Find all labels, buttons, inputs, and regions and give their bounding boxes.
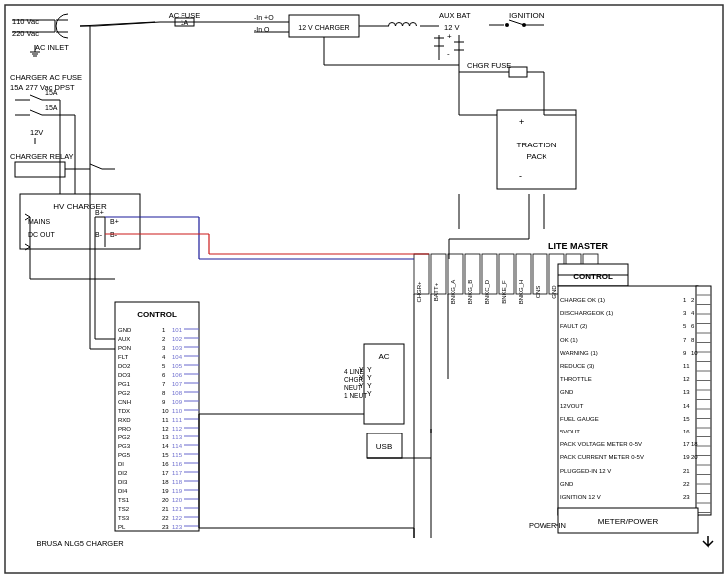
wiring-diagram [0, 0, 728, 578]
